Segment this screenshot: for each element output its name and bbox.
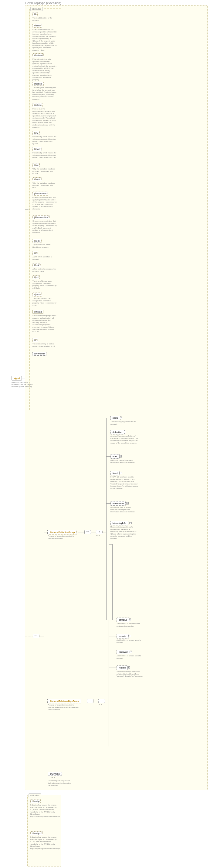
expand-icon[interactable]: + [130,651,132,653]
cardinality: 0..∞ [99,704,102,706]
attr-why: why [32,163,40,167]
attr-qcode: qcode [32,239,41,243]
attr-desc: Why the metadata has been included - exp… [32,168,57,175]
attr-typeuri: typeuri [32,292,42,297]
conn-line [106,418,107,620]
elem-note: note [111,454,119,459]
attr-severityuri: severityuri [30,831,43,835]
attr-desc: The type of the concept assigned as cont… [32,298,57,307]
elem-desc: A link to an item or a web resource whic… [111,506,139,513]
conn-line [44,532,44,774]
attr-desc: The date (and, optionally, the time) whe… [32,87,57,100]
group-desc: A group of properties required to indica… [48,704,80,711]
attr-xmllang: xml:lang [32,310,43,314]
sequence-connector [87,699,93,703]
expand-icon[interactable]: + [127,666,130,669]
cardinality: 0..∞ [52,777,55,779]
conn-line [25,209,25,795]
attr-uri: uri [32,251,38,255]
elem-sameas: sameAs [117,618,129,622]
attr-desc: The local identifier of the property. [32,17,57,22]
elem-desc: An identifier of a more specific concept… [117,655,145,659]
choice-connector [96,530,102,534]
attr-desc: If the attribute is empty, specifies whi… [32,58,57,81]
elem-definition: definition [111,430,124,434]
attr-literal: literal [32,263,41,267]
elem-hierarchyinfo: hierarchyInfo [111,521,128,525]
expand-icon[interactable]: + [129,522,132,524]
conn-line [25,636,33,637]
attr-desc: The type of the concept assigned as cont… [32,280,57,289]
attr-pubconstraint: pubconstraint [32,192,48,195]
elem-desc: In NAR 1.8 and later, facet is deprecate… [111,476,139,490]
expand-icon[interactable]: + [129,619,131,621]
attr-desc: Indicates by which means the value was e… [32,152,57,159]
attr-howuri: howuri [32,147,42,151]
elem-desc: A natural language definition of the sem… [111,435,139,444]
elem-broader: broader [117,634,129,639]
root-element: signal [11,376,22,380]
attr-type: type [32,275,40,279]
attributes-label: attributes [30,7,43,11]
elem-desc: A related concept, where the relationshi… [117,671,145,678]
conn-line [109,668,117,668]
elem-desc: Additional natural language information … [111,459,139,464]
elem-desc: Represents the position of a concept in … [111,526,139,540]
conn-line [78,532,84,532]
conn-line [44,774,48,774]
expand-icon[interactable]: + [126,502,129,504]
group-desc: A group of properties required to define… [48,535,76,540]
expand-icon[interactable]: + [120,472,122,474]
attr-desc: A free-text value assigned as property v… [32,268,57,273]
conn-line [25,209,29,210]
attr-creatoruri: creatoruri [32,53,44,57]
attr-desc: Indicates how severe the impact from the… [30,836,58,850]
attr-desc: If the property value is not defined, sp… [32,29,57,51]
choice-connector [98,699,105,703]
sequence-connector [84,530,91,534]
attr-id: id [32,12,38,16]
attr-desc: One or many constraints that apply to pu… [32,196,57,210]
conn-line [39,636,44,637]
attr-desc: One or many constraints that apply to pu… [32,220,57,234]
root-desc: An instruction to the processor that the… [11,381,33,388]
conn-line [109,652,117,652]
attr-severity: severity [30,799,41,803]
cardinality: 0..∞ [96,535,100,537]
elem-related: related [117,665,128,670]
attributes-label-2: attributes [29,794,41,797]
root-name: signal [14,377,20,379]
conn-line [112,544,113,620]
expand-icon[interactable]: + [120,416,122,419]
conn-line [83,701,87,701]
conn-line [25,795,27,795]
attr-desc: If set to true the corresponding propert… [32,108,57,128]
conn-line [105,701,109,701]
elem-remoteinfo: remoteInfo [111,501,126,506]
elem-desc: An identifier of a concept with equivale… [117,623,145,627]
elem-desc: An identifier of a more generic concept. [117,639,145,644]
conn-line [109,544,112,545]
attr-creator: creator [32,24,42,28]
conn-line [93,701,98,701]
attr-custom: custom [32,103,42,107]
any-other-ext: any ##other [48,772,62,776]
attr-desc: Indicates how severe the impact from the… [30,804,58,818]
expand-icon[interactable]: + [124,431,126,433]
concept-definition-group: ConceptDefinitionGroup [48,530,77,534]
elem-facet: facet [111,471,120,475]
conn-line [102,532,106,532]
attr-how: how [32,131,40,135]
elem-narrower: narrower [117,650,130,654]
attr-desc: Specifies the language of this property … [32,315,57,333]
ext-desc: Extension point for provider-defined pro… [48,780,76,787]
expand-icon[interactable]: + [119,455,122,458]
any-other-attr: any ##other [32,352,47,355]
elem-desc: A natural language name for the concept. [111,421,139,425]
attr-desc: A qualified code which identifies a conc… [32,244,57,248]
elem-name: name [111,416,120,420]
conn-line [91,532,96,532]
expand-icon[interactable]: + [129,635,131,637]
sequence-connector [33,634,39,638]
conn-line [109,620,109,746]
